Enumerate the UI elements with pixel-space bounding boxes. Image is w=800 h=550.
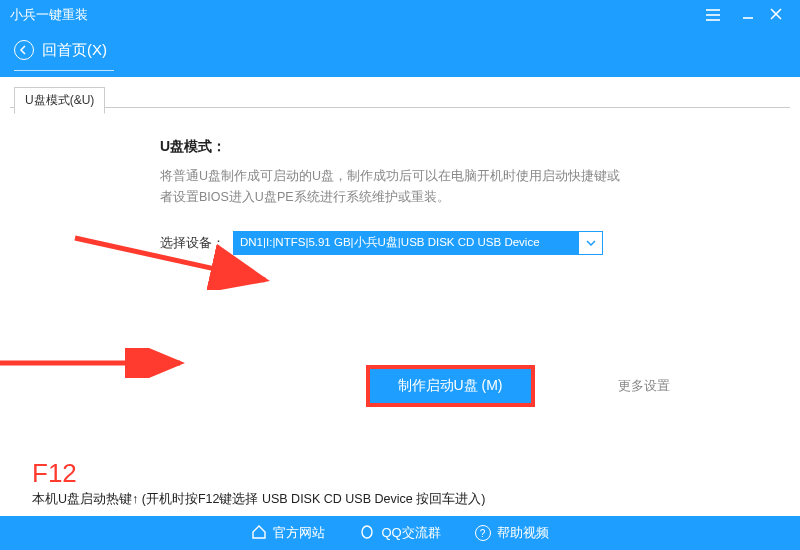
footer-label: QQ交流群 <box>381 524 440 542</box>
chevron-down-icon <box>586 240 596 246</box>
content-area: U盘模式(&U) U盘模式： 将普通U盘制作成可启动的U盘，制作成功后可以在电脑… <box>0 77 800 516</box>
footer-label: 帮助视频 <box>497 524 549 542</box>
footer-official-site[interactable]: 官方网站 <box>251 524 325 543</box>
more-settings-link[interactable]: 更多设置 <box>618 377 670 395</box>
device-select[interactable]: DN1|I:|NTFS|5.91 GB|小兵U盘|USB DISK CD USB… <box>233 231 603 255</box>
footer-help-video[interactable]: ? 帮助视频 <box>475 524 549 542</box>
device-label: 选择设备： <box>160 234 225 252</box>
footer-label: 官方网站 <box>273 524 325 542</box>
footer: 官方网站 QQ交流群 ? 帮助视频 <box>0 516 800 550</box>
usb-mode-panel: U盘模式： 将普通U盘制作成可启动的U盘，制作成功后可以在电脑开机时使用启动快捷… <box>10 107 790 516</box>
minimize-button[interactable] <box>734 7 762 23</box>
footer-qq-group[interactable]: QQ交流群 <box>359 524 440 543</box>
device-row: 选择设备： DN1|I:|NTFS|5.91 GB|小兵U盘|USB DISK … <box>160 231 740 255</box>
home-icon <box>251 524 267 543</box>
menu-button[interactable] <box>706 9 734 21</box>
svg-point-8 <box>362 526 372 538</box>
tab-usb-mode[interactable]: U盘模式(&U) <box>14 87 105 114</box>
hotkey-info: F12 本机U盘启动热键↑ (开机时按F12键选择 USB DISK CD US… <box>32 458 485 508</box>
titlebar: 小兵一键重装 <box>0 0 800 30</box>
create-boot-usb-button[interactable]: 制作启动U盘 (M) <box>366 365 535 407</box>
app-title: 小兵一键重装 <box>10 6 88 24</box>
section-description: 将普通U盘制作成可启动的U盘，制作成功后可以在电脑开机时使用启动快捷键或者设置B… <box>160 166 630 209</box>
device-select-value: DN1|I:|NTFS|5.91 GB|小兵U盘|USB DISK CD USB… <box>234 232 578 254</box>
app-window: 小兵一键重装 回首页(X) U盘模式(&U) U盘模式： 将普通U盘制作成可启动… <box>0 0 800 550</box>
back-icon[interactable] <box>14 40 34 60</box>
device-select-dropdown-button[interactable] <box>578 232 602 254</box>
hotkey-key: F12 <box>32 458 485 489</box>
subheader: 回首页(X) <box>0 30 800 77</box>
close-button[interactable] <box>762 7 790 23</box>
help-icon: ? <box>475 525 491 541</box>
hotkey-text: 本机U盘启动热键↑ (开机时按F12键选择 USB DISK CD USB De… <box>32 491 485 508</box>
qq-icon <box>359 524 375 543</box>
section-title: U盘模式： <box>160 138 740 156</box>
back-home-link[interactable]: 回首页(X) <box>42 41 107 60</box>
